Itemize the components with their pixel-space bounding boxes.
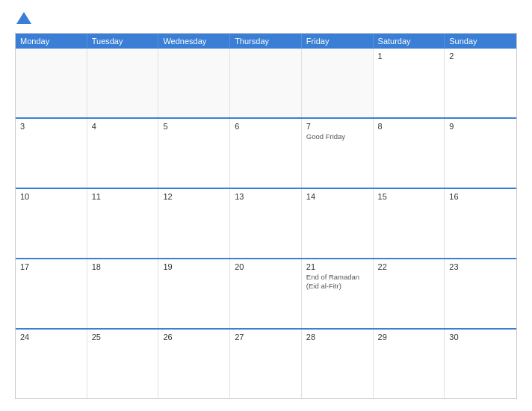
day-cell: 6 bbox=[230, 119, 302, 188]
week-row-1: 34567Good Friday89 bbox=[16, 117, 516, 188]
day-number: 30 bbox=[449, 333, 512, 342]
day-headers-row: MondayTuesdayWednesdayThursdayFridaySatu… bbox=[16, 34, 516, 49]
day-cell: 16 bbox=[445, 189, 516, 258]
day-cell: 1 bbox=[374, 49, 445, 117]
day-number: 10 bbox=[20, 192, 82, 201]
day-number: 9 bbox=[449, 122, 512, 131]
day-number: 25 bbox=[92, 333, 154, 342]
day-cell: 12 bbox=[158, 189, 230, 258]
day-header-sunday: Sunday bbox=[445, 34, 516, 49]
day-number: 15 bbox=[378, 192, 440, 201]
day-number: 3 bbox=[20, 122, 82, 131]
week-row-4: 24252627282930 bbox=[16, 328, 516, 398]
day-cell: 2 bbox=[445, 49, 516, 117]
day-header-monday: Monday bbox=[16, 34, 87, 49]
day-number: 22 bbox=[378, 262, 440, 271]
day-cell bbox=[230, 49, 302, 117]
day-cell: 23 bbox=[445, 259, 516, 328]
day-number: 1 bbox=[378, 52, 440, 61]
day-number: 8 bbox=[378, 122, 440, 131]
day-number: 17 bbox=[20, 262, 82, 271]
calendar-page: MondayTuesdayWednesdayThursdayFridaySatu… bbox=[0, 0, 532, 411]
day-cell: 4 bbox=[87, 119, 159, 188]
day-number: 6 bbox=[235, 122, 297, 131]
day-cell: 20 bbox=[230, 259, 302, 328]
day-header-friday: Friday bbox=[302, 34, 374, 49]
day-cell: 25 bbox=[87, 330, 159, 398]
day-cell bbox=[16, 49, 87, 117]
day-cell: 29 bbox=[374, 330, 445, 398]
day-cell bbox=[302, 49, 374, 117]
day-number: 20 bbox=[235, 262, 297, 271]
day-number: 7 bbox=[306, 122, 368, 131]
calendar-grid: MondayTuesdayWednesdayThursdayFridaySatu… bbox=[15, 33, 517, 399]
day-number: 13 bbox=[235, 192, 297, 201]
day-number: 26 bbox=[163, 333, 225, 342]
day-cell: 14 bbox=[302, 189, 374, 258]
day-cell: 9 bbox=[445, 119, 516, 188]
day-cell: 17 bbox=[16, 259, 87, 328]
day-cell: 28 bbox=[302, 330, 374, 398]
holiday-label: End of Ramadan (Eid al-Fitr) bbox=[306, 273, 368, 291]
day-cell: 7Good Friday bbox=[302, 119, 374, 188]
day-header-saturday: Saturday bbox=[374, 34, 445, 49]
weeks-container: 1234567Good Friday8910111213141516171819… bbox=[16, 49, 516, 398]
day-cell: 18 bbox=[87, 259, 159, 328]
day-number: 19 bbox=[163, 262, 225, 271]
day-cell: 8 bbox=[374, 119, 445, 188]
week-row-3: 1718192021End of Ramadan (Eid al-Fitr)22… bbox=[16, 258, 516, 328]
day-cell: 24 bbox=[16, 330, 87, 398]
day-number: 23 bbox=[449, 262, 512, 271]
day-cell bbox=[158, 49, 230, 117]
day-cell: 22 bbox=[374, 259, 445, 328]
day-cell: 13 bbox=[230, 189, 302, 258]
week-row-0: 12 bbox=[16, 49, 516, 117]
day-number: 27 bbox=[235, 333, 297, 342]
day-cell: 15 bbox=[374, 189, 445, 258]
day-number: 21 bbox=[306, 262, 368, 271]
day-cell: 26 bbox=[158, 330, 230, 398]
holiday-label: Good Friday bbox=[306, 132, 368, 141]
day-cell: 5 bbox=[158, 119, 230, 188]
day-number: 4 bbox=[92, 122, 154, 131]
day-number: 2 bbox=[449, 52, 512, 61]
day-cell: 27 bbox=[230, 330, 302, 398]
day-cell: 21End of Ramadan (Eid al-Fitr) bbox=[302, 259, 374, 328]
day-header-thursday: Thursday bbox=[230, 34, 302, 49]
day-cell: 3 bbox=[16, 119, 87, 188]
day-number: 29 bbox=[378, 333, 440, 342]
day-number: 12 bbox=[163, 192, 225, 201]
day-cell: 30 bbox=[445, 330, 516, 398]
day-cell bbox=[87, 49, 159, 117]
day-number: 16 bbox=[449, 192, 512, 201]
header bbox=[15, 12, 517, 25]
logo bbox=[15, 12, 31, 25]
day-cell: 10 bbox=[16, 189, 87, 258]
day-header-tuesday: Tuesday bbox=[87, 34, 159, 49]
day-number: 14 bbox=[306, 192, 368, 201]
day-number: 24 bbox=[20, 333, 82, 342]
day-number: 28 bbox=[306, 333, 368, 342]
day-header-wednesday: Wednesday bbox=[158, 34, 230, 49]
logo-triangle-icon bbox=[16, 12, 31, 24]
day-number: 18 bbox=[92, 262, 154, 271]
day-number: 5 bbox=[163, 122, 225, 131]
day-cell: 19 bbox=[158, 259, 230, 328]
day-cell: 11 bbox=[87, 189, 159, 258]
week-row-2: 10111213141516 bbox=[16, 188, 516, 258]
day-number: 11 bbox=[92, 192, 154, 201]
